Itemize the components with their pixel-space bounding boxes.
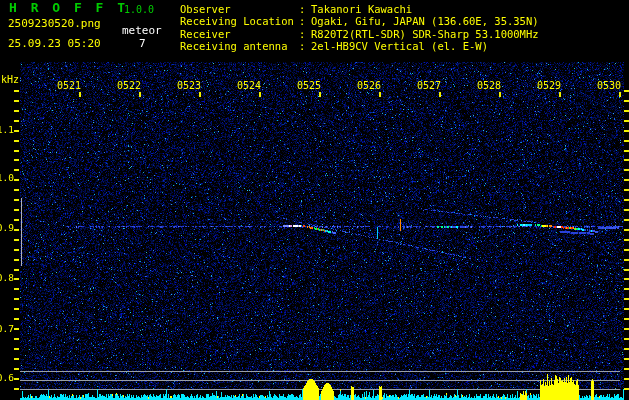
mode-label: meteor <box>122 25 162 37</box>
info-row-value: Takanori Kawachi <box>311 3 412 15</box>
info-row-label: Observer <box>180 3 299 15</box>
info-row-value: R820T2(RTL-SDR) SDR-Sharp 53.1000MHz <box>311 28 539 40</box>
station-info: Observer:Takanori Kawachi Receiving Loca… <box>180 3 539 53</box>
info-row: Receiver:R820T2(RTL-SDR) SDR-Sharp 53.10… <box>180 28 539 40</box>
info-row: Observer:Takanori Kawachi <box>180 3 539 15</box>
echo-count: 7 <box>139 38 146 50</box>
info-row-label: Receiving antenna <box>180 40 299 52</box>
info-row-value: Ogaki, Gifu, JAPAN (136.60E, 35.35N) <box>311 15 539 27</box>
info-row-separator: : <box>299 15 311 27</box>
info-row-label: Receiver <box>180 28 299 40</box>
info-row-separator: : <box>299 3 311 15</box>
freq-axis-unit-label: kHz <box>1 74 19 85</box>
hrofft-screen: H R O F F T 1.0.0 2509230520.png meteor … <box>0 0 629 400</box>
app-title: H R O F F T <box>9 1 128 15</box>
info-row-separator: : <box>299 28 311 40</box>
info-row: Receiving antenna:2el-HB9CV Vertical (el… <box>180 40 539 52</box>
app-version: 1.0.0 <box>124 4 154 15</box>
info-row-separator: : <box>299 40 311 52</box>
capture-datetime: 25.09.23 05:20 <box>8 38 101 50</box>
info-row-value: 2el-HB9CV Vertical (el. E-W) <box>311 40 488 52</box>
info-row: Receiving Location:Ogaki, Gifu, JAPAN (1… <box>180 15 539 27</box>
info-row-label: Receiving Location <box>180 15 299 27</box>
capture-filename: 2509230520.png <box>8 18 101 30</box>
spectrogram-canvas <box>0 0 629 400</box>
